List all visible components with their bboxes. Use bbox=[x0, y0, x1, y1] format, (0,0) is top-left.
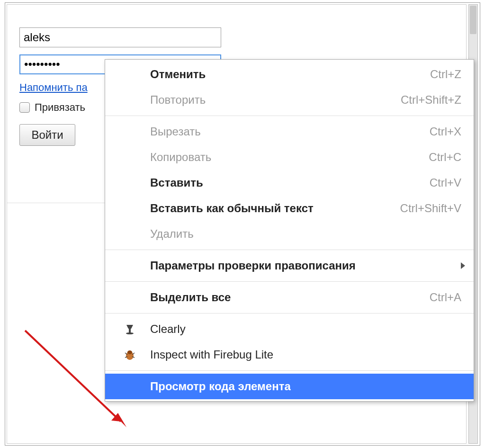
menu-item-6[interactable]: Вставить как обычный текстCtrl+Shift+V bbox=[105, 196, 474, 221]
menu-item-label: Вставить как обычный текст bbox=[150, 202, 400, 215]
menu-item-label: Вырезать bbox=[150, 125, 430, 138]
firebug-icon bbox=[123, 348, 136, 361]
menu-separator bbox=[105, 281, 474, 282]
menu-separator bbox=[105, 370, 474, 371]
menu-item-0[interactable]: ОтменитьCtrl+Z bbox=[105, 62, 474, 87]
username-input[interactable] bbox=[19, 27, 221, 47]
menu-item-label: Просмотр кода элемента bbox=[150, 380, 461, 393]
menu-item-label: Отменить bbox=[150, 68, 430, 81]
menu-item-shortcut: Ctrl+X bbox=[430, 125, 461, 138]
svg-point-3 bbox=[127, 350, 132, 354]
menu-item-shortcut: Ctrl+V bbox=[430, 176, 461, 189]
menu-item-label: Копировать bbox=[150, 151, 429, 164]
menu-item-1: ПовторитьCtrl+Shift+Z bbox=[105, 87, 474, 113]
menu-item-13[interactable]: Clearly bbox=[105, 316, 474, 342]
menu-item-shortcut: Ctrl+Shift+V bbox=[400, 202, 461, 215]
window-frame: Напомнить па Привязать Войти ОтменитьCtr… bbox=[5, 2, 480, 446]
bind-checkbox-label: Привязать bbox=[35, 101, 85, 114]
menu-item-label: Повторить bbox=[150, 93, 401, 107]
menu-item-16[interactable]: Просмотр кода элемента bbox=[105, 374, 474, 399]
menu-item-shortcut: Ctrl+A bbox=[430, 291, 461, 304]
menu-item-label: Параметры проверки правописания bbox=[150, 259, 461, 272]
chevron-right-icon bbox=[461, 262, 465, 269]
menu-item-label: Inspect with Firebug Lite bbox=[150, 348, 461, 361]
lamp-icon bbox=[123, 323, 136, 336]
login-button[interactable]: Войти bbox=[19, 124, 75, 146]
menu-item-14[interactable]: Inspect with Firebug Lite bbox=[105, 342, 474, 367]
menu-item-5[interactable]: ВставитьCtrl+V bbox=[105, 170, 474, 196]
menu-item-shortcut: Ctrl+Z bbox=[430, 68, 461, 81]
menu-item-7: Удалить bbox=[105, 221, 474, 247]
menu-separator bbox=[105, 116, 474, 116]
menu-item-11[interactable]: Выделить всеCtrl+A bbox=[105, 285, 474, 310]
menu-item-label: Clearly bbox=[150, 323, 461, 336]
menu-item-3: ВырезатьCtrl+X bbox=[105, 119, 474, 144]
menu-separator bbox=[105, 313, 474, 314]
menu-item-shortcut: Ctrl+Shift+Z bbox=[401, 93, 461, 107]
menu-item-label: Удалить bbox=[150, 227, 461, 241]
menu-item-shortcut: Ctrl+C bbox=[429, 151, 461, 164]
page-content: Напомнить па Привязать Войти ОтменитьCtr… bbox=[7, 4, 467, 444]
svg-marker-9 bbox=[111, 413, 126, 427]
scrollbar-thumb[interactable] bbox=[470, 6, 476, 34]
menu-item-label: Вставить bbox=[150, 176, 430, 189]
menu-item-9[interactable]: Параметры проверки правописания bbox=[105, 253, 474, 278]
menu-separator bbox=[105, 250, 474, 250]
bind-checkbox[interactable] bbox=[19, 102, 30, 113]
menu-item-4: КопироватьCtrl+C bbox=[105, 144, 474, 170]
menu-item-label: Выделить все bbox=[150, 291, 430, 304]
remind-password-link[interactable]: Напомнить па bbox=[19, 81, 88, 93]
context-menu: ОтменитьCtrl+ZПовторитьCtrl+Shift+ZВырез… bbox=[105, 59, 474, 402]
